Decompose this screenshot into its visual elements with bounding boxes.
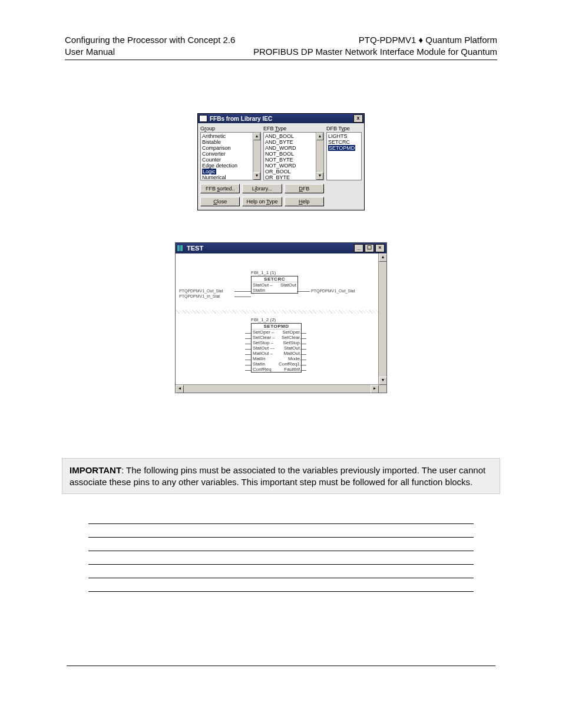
scroll-up-icon[interactable]: ▴ — [316, 133, 323, 140]
fbd-canvas[interactable]: FBI_1_1 (1) SETCRC StatOut–StatOut StatI… — [176, 253, 379, 385]
scroll-up-icon[interactable]: ▴ — [253, 133, 260, 140]
scroll-up-icon[interactable]: ▴ — [379, 253, 387, 262]
list-item[interactable]: Converter — [202, 151, 252, 157]
fb2-instance: FBI_1_2 (2) — [251, 317, 302, 322]
group-listbox[interactable]: ArithmeticBistableComparisonConverterCou… — [200, 132, 261, 180]
efb-type-label: EFB Type — [263, 126, 324, 131]
header-right-line1: PTQ-PDPMV1 ♦ Quantum Platform — [253, 34, 497, 46]
ffb-dialog-title: FFBs from Library IEC — [210, 116, 353, 122]
wire — [300, 349, 306, 350]
vertical-scrollbar[interactable]: ▴ ▾ — [378, 253, 386, 385]
list-item[interactable]: Counter — [202, 157, 252, 163]
resize-grip-icon[interactable] — [379, 385, 386, 393]
ffb-dialog: FFBs from Library IEC x Group Arithmetic… — [197, 113, 365, 210]
list-item[interactable]: LIGHTS — [328, 133, 360, 139]
important-note: IMPORTANT: The following pins must be as… — [62, 458, 500, 494]
test-title: TEST — [187, 245, 354, 252]
help-button[interactable]: Help — [285, 197, 324, 206]
fb2-pin-row[interactable]: StatInConfReq1 — [252, 361, 301, 367]
library-button[interactable]: Library... — [242, 184, 282, 193]
wire — [245, 344, 251, 344]
help-on-type-button[interactable]: Help on Type — [242, 197, 282, 206]
list-item[interactable]: NOT_BOOL — [265, 151, 315, 157]
fb2-pin-row[interactable]: SetClear–SetClear — [252, 335, 301, 340]
fbd-icon — [177, 245, 184, 251]
wire — [300, 338, 306, 339]
header-rule — [65, 60, 497, 60]
wire — [245, 370, 251, 371]
dfb-button[interactable]: DFB — [285, 184, 324, 193]
fb2-pin-row[interactable]: MailOut–MailOut — [252, 351, 301, 356]
wire — [300, 365, 306, 365]
close-button[interactable]: Close — [200, 197, 240, 206]
function-block-1[interactable]: FBI_1_1 (1) SETCRC StatOut–StatOut StatI… — [251, 270, 298, 294]
important-text: : The following pins must be associated … — [70, 465, 485, 487]
fb1-input-pin-1[interactable]: PTQPDPMV1_Out_Stat — [179, 289, 223, 293]
wire — [300, 333, 306, 334]
scrollbar[interactable]: ▴ ▾ — [253, 133, 260, 180]
wire — [300, 360, 306, 360]
wire — [245, 349, 251, 350]
scroll-left-icon[interactable]: ◂ — [176, 385, 184, 393]
list-item[interactable]: SETOPMD — [328, 145, 360, 151]
wire — [234, 291, 251, 292]
dfb-type-listbox[interactable]: LIGHTSSETCRCSETOPMD — [326, 132, 362, 180]
list-item[interactable]: NOT_WORD — [265, 163, 315, 169]
list-item[interactable]: NOT_BYTE — [265, 157, 315, 163]
fb1-type: SETCRC — [252, 276, 297, 282]
list-item[interactable]: Bistable — [202, 139, 252, 145]
horizontal-scrollbar[interactable]: ◂ ▸ — [176, 384, 379, 393]
fb1-input-pin-2[interactable]: PTQPDPMV1_In_Stat — [179, 294, 220, 298]
fb2-pin-row[interactable]: MailInMode — [252, 356, 301, 361]
wire — [300, 354, 306, 355]
blank-lines — [88, 510, 474, 592]
list-item[interactable]: Logic — [202, 169, 252, 174]
fb2-pin-row[interactable]: StatOut---StatOut — [252, 345, 301, 351]
header-left-line1: Configuring the Processor with Concept 2… — [65, 34, 235, 46]
fb2-type: SETOPMD — [252, 324, 301, 330]
scroll-down-icon[interactable]: ▾ — [316, 172, 323, 180]
app-icon — [199, 115, 207, 122]
efb-type-listbox[interactable]: AND_BOOLAND_BYTEAND_WORDNOT_BOOLNOT_BYTE… — [263, 132, 324, 180]
wire — [245, 338, 251, 339]
page-header: Configuring the Processor with Concept 2… — [65, 34, 497, 57]
wire — [245, 354, 251, 355]
test-titlebar[interactable]: TEST _ ☐ × — [176, 243, 386, 253]
fb2-pin-row[interactable]: ConfReqFaultInf — [252, 367, 301, 372]
list-item[interactable]: OR_BYTE — [265, 174, 315, 180]
list-item[interactable]: Edge detection — [202, 163, 252, 169]
ffb-sorted-button[interactable]: FFB sorted.. — [200, 184, 240, 193]
footer-rule — [67, 666, 495, 666]
wire — [245, 360, 251, 360]
close-icon[interactable]: × — [375, 244, 385, 252]
function-block-2[interactable]: FBI_1_2 (2) SETOPMD SetOper–SetOperSetCl… — [251, 317, 302, 373]
fb1-output-pin-1[interactable]: PTQPDPMV1_Out_Stat — [311, 289, 355, 293]
scroll-right-icon[interactable]: ▸ — [371, 385, 379, 393]
wire — [300, 344, 306, 344]
list-item[interactable]: OR_BOOL — [265, 169, 315, 174]
dfb-type-label: DFB Type — [326, 126, 362, 131]
ffb-dialog-titlebar[interactable]: FFBs from Library IEC x — [198, 114, 364, 123]
test-window: TEST _ ☐ × FBI_1_1 (1) SETCRC S — [175, 242, 387, 393]
list-item[interactable]: AND_BYTE — [265, 139, 315, 145]
fb2-pin-row[interactable]: SetOper–SetOper — [252, 330, 301, 335]
list-item[interactable]: Arithmetic — [202, 133, 252, 139]
fb2-pin-row[interactable]: SetStop–SetStop — [252, 340, 301, 345]
wire — [245, 333, 251, 334]
list-item[interactable]: Numerical — [202, 174, 252, 180]
scrollbar[interactable]: ▴ ▾ — [316, 133, 323, 180]
scroll-down-icon[interactable]: ▾ — [253, 172, 260, 180]
important-label: IMPORTANT — [70, 465, 121, 475]
minimize-icon[interactable]: _ — [354, 244, 363, 252]
list-item[interactable]: AND_WORD — [265, 145, 315, 151]
list-item[interactable]: Comparison — [202, 145, 252, 151]
list-item[interactable]: SETCRC — [328, 139, 360, 145]
close-icon[interactable]: x — [353, 114, 363, 123]
wire — [300, 370, 306, 371]
section-divider — [176, 310, 379, 314]
wire — [234, 297, 251, 297]
scroll-down-icon[interactable]: ▾ — [379, 377, 387, 385]
group-label: Group — [200, 126, 261, 131]
list-item[interactable]: AND_BOOL — [265, 133, 315, 139]
maximize-icon[interactable]: ☐ — [365, 244, 374, 252]
